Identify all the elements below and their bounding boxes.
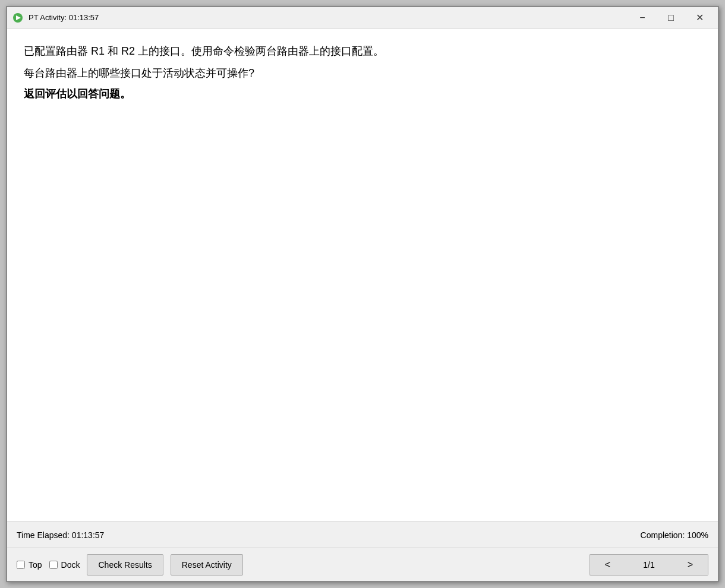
- top-label: Top: [29, 560, 42, 570]
- nav-next-button[interactable]: >: [673, 554, 708, 576]
- navigation-group: < 1/1 >: [590, 554, 708, 576]
- app-icon: [12, 12, 24, 24]
- status-bar: Time Elapsed: 01:13:57 Completion: 100%: [7, 521, 718, 548]
- completion-label: Completion: 100%: [641, 530, 708, 540]
- content-area: 已配置路由器 R1 和 R2 上的接口。使用命令检验两台路由器上的接口配置。 每…: [7, 29, 718, 521]
- time-elapsed-label: Time Elapsed: 01:13:57: [17, 530, 641, 540]
- window-title: PT Activity: 01:13:57: [29, 13, 629, 22]
- bottom-bar: Top Dock Check Results Reset Activity < …: [7, 548, 718, 581]
- check-results-button[interactable]: Check Results: [87, 554, 163, 576]
- dock-label: Dock: [61, 560, 80, 570]
- page-indicator: 1/1: [625, 554, 673, 576]
- window-controls: − □ ✕: [629, 9, 713, 27]
- main-window: PT Activity: 01:13:57 − □ ✕ 已配置路由器 R1 和 …: [6, 6, 719, 582]
- minimize-button[interactable]: −: [629, 9, 656, 27]
- dock-checkbox-group: Dock: [49, 560, 80, 570]
- nav-prev-button[interactable]: <: [590, 554, 625, 576]
- close-button[interactable]: ✕: [686, 9, 713, 27]
- instruction-line2: 每台路由器上的哪些接口处于活动状态并可操作?: [24, 65, 701, 82]
- top-checkbox-group: Top: [17, 560, 42, 570]
- top-checkbox[interactable]: [17, 561, 25, 569]
- maximize-button[interactable]: □: [657, 9, 685, 27]
- instruction-line1: 已配置路由器 R1 和 R2 上的接口。使用命令检验两台路由器上的接口配置。: [24, 43, 701, 60]
- reset-activity-button[interactable]: Reset Activity: [171, 554, 243, 576]
- title-bar: PT Activity: 01:13:57 − □ ✕: [7, 7, 718, 29]
- dock-checkbox[interactable]: [49, 561, 58, 569]
- instruction-bold: 返回评估以回答问题。: [24, 87, 701, 101]
